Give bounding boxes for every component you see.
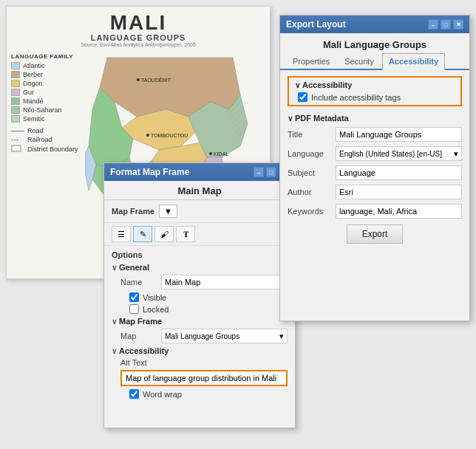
map-dropdown-arrow: ▾: [279, 332, 284, 341]
svg-text:TOMBOUCTOU: TOMBOUCTOU: [151, 133, 188, 138]
map-frame-dropdown-label: ▼: [164, 207, 172, 216]
include-tags-label: Include accessibility tags: [311, 93, 401, 102]
include-tags-checkbox[interactable]: [298, 92, 307, 102]
edit-icon[interactable]: ✎: [133, 226, 152, 242]
name-label: Name: [120, 278, 161, 287]
language-value: English (United States) [en-US]: [339, 150, 442, 158]
map-dropdown[interactable]: Mali Language Groups ▾: [161, 329, 288, 343]
tab-properties[interactable]: Properties: [286, 53, 336, 69]
locked-row: Locked: [112, 304, 288, 314]
list-view-icon[interactable]: ☰: [112, 226, 131, 242]
legend-label-boundary: District Boundary: [27, 145, 78, 153]
svg-point-15: [146, 134, 149, 137]
visible-label: Visible: [143, 293, 166, 302]
svg-text:TAOUDÉNIT: TAOUDÉNIT: [141, 77, 171, 83]
keywords-input[interactable]: [336, 204, 462, 219]
pdf-metadata-title[interactable]: PDF Metadata: [288, 114, 462, 123]
keywords-label: Keywords: [288, 207, 336, 216]
paint-icon[interactable]: 🖌: [154, 226, 174, 242]
format-panel-map-title: Main Map: [104, 181, 295, 200]
language-arrow: ▾: [454, 149, 458, 159]
language-dropdown[interactable]: English (United States) [en-US] ▾: [336, 146, 462, 161]
title-row: Title: [288, 127, 462, 142]
include-tags-row: Include accessibility tags: [295, 92, 455, 102]
list-item: Nilo-Saharan: [11, 106, 85, 114]
legend-label-railroad: Railroad: [27, 136, 52, 143]
accessibility-block: Accessibility Include accessibility tags: [288, 76, 462, 106]
export-panel-header: Export Layout – □ ✕: [280, 16, 469, 33]
format-map-frame-panel: Format Map Frame – □ ✕ Main Map Map Fram…: [103, 162, 296, 428]
word-wrap-row: Word wrap: [112, 389, 288, 399]
map-title: MALI: [7, 13, 270, 33]
pdf-metadata-section: PDF Metadata Title Language English (Uni…: [288, 114, 462, 219]
accessibility-section-title[interactable]: Accessibility: [112, 346, 288, 355]
map-frame-dropdown[interactable]: ▼: [159, 205, 177, 218]
svg-rect-0: [12, 145, 21, 151]
export-map-name: Mali Language Groups: [280, 33, 469, 53]
list-item: Gur: [11, 89, 85, 96]
name-input[interactable]: [161, 275, 288, 289]
author-row: Author: [288, 185, 462, 199]
road-symbol: ——: [11, 127, 24, 134]
subject-row: Subject: [288, 165, 462, 180]
export-tab-content: Accessibility Include accessibility tags…: [280, 70, 469, 250]
export-button[interactable]: Export: [347, 224, 404, 244]
keywords-row: Keywords: [288, 204, 462, 219]
tab-accessibility[interactable]: Accessibility: [382, 53, 445, 70]
title-input[interactable]: [336, 127, 462, 142]
accessibility-section: Accessibility Alt Text Word wrap: [112, 346, 288, 399]
alt-text-input[interactable]: [120, 370, 288, 386]
general-section-title[interactable]: General: [112, 263, 288, 272]
legend-label-mande: Mandé: [23, 97, 44, 105]
map-legend: LANGUAGE FAMILY Atlantic Berber Dogon Gu…: [11, 50, 85, 267]
export-minimize-button[interactable]: –: [428, 19, 438, 30]
map-subtitle: LANGUAGE GROUPS: [7, 33, 270, 42]
map-source: Source: Esri/Atlas Analytics Anthroposop…: [7, 42, 270, 47]
legend-line-items: —— Road - - - Railroad District Boundary: [11, 127, 85, 154]
subject-input[interactable]: [336, 165, 462, 180]
list-item: District Boundary: [11, 145, 85, 154]
minimize-button[interactable]: –: [254, 167, 264, 177]
locked-checkbox[interactable]: [129, 304, 139, 314]
legend-label-gur: Gur: [23, 89, 34, 96]
svg-marker-2: [122, 109, 196, 150]
list-item: Atlantic: [11, 62, 85, 69]
legend-color-mande: [11, 97, 20, 105]
legend-label-atlantic: Atlantic: [23, 62, 45, 69]
map-frame-section-title[interactable]: Map Frame: [112, 317, 288, 326]
language-row: Language English (United States) [en-US]…: [288, 146, 462, 161]
maximize-button[interactable]: □: [266, 167, 276, 177]
map-row: Map Mali Language Groups ▾: [112, 329, 288, 343]
name-row: Name: [112, 275, 288, 289]
list-item: Mandé: [11, 97, 85, 105]
alt-text-label: Alt Text: [120, 358, 288, 367]
legend-label-nilo: Nilo-Saharan: [23, 106, 62, 114]
svg-point-17: [209, 152, 212, 155]
icon-toolbar: ☰ ✎ 🖌 𝐓: [104, 223, 295, 246]
map-frame-label: Map Frame: [112, 207, 154, 216]
map-row-label: Map: [120, 332, 161, 340]
word-wrap-checkbox[interactable]: [129, 389, 139, 399]
tab-security[interactable]: Security: [338, 53, 381, 69]
export-header-controls: – □ ✕: [428, 19, 463, 30]
export-tabs: Properties Security Accessibility: [280, 53, 469, 70]
list-item: —— Road: [11, 127, 85, 134]
legend-label-dogon: Dogon: [23, 80, 43, 87]
map-frame-selector: Map Frame ▼: [104, 200, 295, 223]
author-input[interactable]: [336, 185, 462, 199]
legend-color-atlantic: [11, 62, 20, 69]
general-section: General Name Visible Locked: [112, 263, 288, 314]
boundary-symbol: [11, 145, 24, 154]
svg-point-13: [137, 78, 140, 81]
list-item: Dogon: [11, 80, 85, 87]
label-icon[interactable]: 𝐓: [176, 226, 195, 242]
legend-title: LANGUAGE FAMILY: [11, 53, 85, 60]
list-item: Semitic: [11, 115, 85, 123]
export-maximize-button[interactable]: □: [441, 19, 451, 30]
title-label: Title: [288, 130, 336, 139]
legend-color-gur: [11, 89, 20, 96]
visible-checkbox[interactable]: [129, 292, 139, 302]
export-layout-panel: Export Layout – □ ✕ Mali Language Groups…: [279, 15, 470, 321]
export-close-button[interactable]: ✕: [453, 19, 463, 30]
legend-label-road: Road: [27, 127, 44, 134]
